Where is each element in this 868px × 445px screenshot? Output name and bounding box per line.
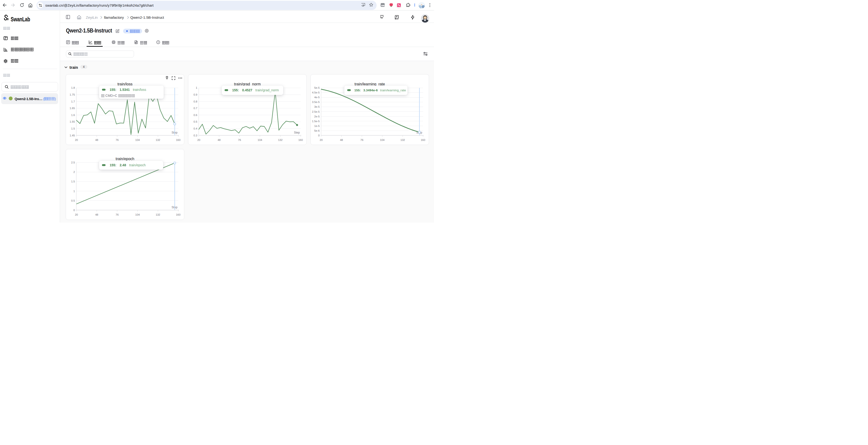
svg-text:0.6: 0.6 (193, 114, 197, 116)
svg-text:104: 104 (380, 138, 385, 141)
svg-text:132: 132 (156, 138, 160, 141)
svg-text:104: 104 (257, 138, 262, 141)
svg-text:2e-5: 2e-5 (314, 115, 320, 118)
svg-text:5e-6: 5e-6 (314, 129, 320, 132)
svg-text:1.6: 1.6 (71, 114, 75, 116)
svg-text:1: 1 (196, 86, 197, 89)
svg-text:4.5e-5: 4.5e-5 (312, 91, 319, 94)
svg-text:2.5: 2.5 (71, 161, 75, 164)
svg-text:1.8: 1.8 (71, 86, 75, 89)
svg-text:0.5: 0.5 (71, 199, 75, 202)
svg-text:132: 132 (400, 138, 405, 141)
svg-text:0: 0 (73, 209, 75, 212)
svg-text:3.5e-5: 3.5e-5 (312, 100, 319, 103)
svg-text:104: 104 (135, 213, 140, 216)
svg-text:0.3: 0.3 (193, 134, 197, 137)
svg-text:160: 160 (421, 138, 425, 141)
svg-text:1.7: 1.7 (71, 100, 75, 103)
svg-text:0.7: 0.7 (193, 107, 197, 110)
svg-text:1.75: 1.75 (70, 93, 75, 96)
svg-text:2.5e-5: 2.5e-5 (312, 110, 319, 113)
svg-text:0.5: 0.5 (193, 120, 197, 123)
svg-text:48: 48 (95, 138, 98, 141)
svg-text:48: 48 (218, 138, 221, 141)
svg-text:1.5: 1.5 (71, 127, 75, 130)
svg-text:20: 20 (75, 138, 78, 141)
svg-text:Step: Step (294, 131, 300, 134)
svg-text:76: 76 (361, 138, 364, 141)
svg-text:160: 160 (176, 138, 181, 141)
svg-text:76: 76 (116, 213, 119, 216)
svg-text:132: 132 (278, 138, 282, 141)
svg-text:132: 132 (156, 213, 160, 216)
svg-text:76: 76 (238, 138, 241, 141)
svg-text:3e-5: 3e-5 (314, 105, 320, 108)
svg-text:1.5e-5: 1.5e-5 (312, 120, 319, 122)
svg-text:20: 20 (197, 138, 200, 141)
svg-text:0.8: 0.8 (193, 100, 197, 103)
svg-text:1.5: 1.5 (71, 180, 75, 183)
svg-text:train/epoch: train/epoch (116, 157, 134, 161)
svg-text:1.65: 1.65 (70, 107, 75, 110)
svg-text:76: 76 (116, 138, 119, 141)
svg-text:2: 2 (73, 171, 75, 174)
svg-text:160: 160 (298, 138, 303, 141)
svg-text:0.9: 0.9 (193, 93, 197, 96)
svg-text:104: 104 (135, 138, 140, 141)
svg-text:160: 160 (176, 213, 181, 216)
svg-text:1e-5: 1e-5 (314, 124, 320, 127)
svg-text:1: 1 (73, 190, 75, 192)
svg-text:1.55: 1.55 (70, 120, 75, 123)
svg-text:48: 48 (340, 138, 343, 141)
svg-text:20: 20 (75, 213, 78, 216)
svg-text:4e-5: 4e-5 (314, 96, 320, 99)
svg-text:48: 48 (95, 213, 98, 216)
svg-text:0: 0 (318, 134, 319, 137)
svg-text:0.4: 0.4 (193, 127, 197, 130)
svg-text:1.45: 1.45 (70, 134, 75, 137)
svg-text:5e-5: 5e-5 (314, 86, 320, 89)
svg-text:20: 20 (320, 138, 323, 141)
